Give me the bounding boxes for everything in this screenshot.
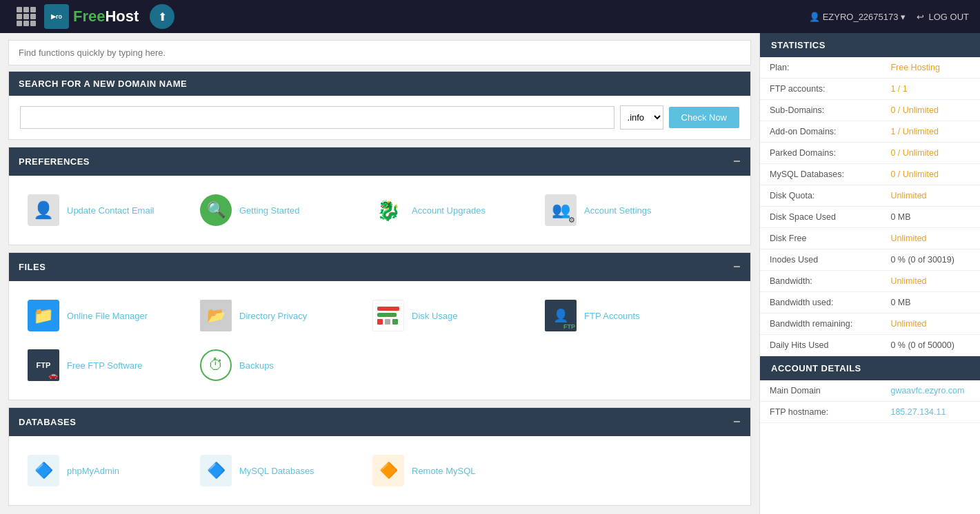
logo-host: Host (105, 8, 139, 25)
account-upgrades-link[interactable]: Account Upgrades (412, 205, 486, 216)
account-settings-link[interactable]: Account Settings (584, 205, 652, 216)
logout-button[interactable]: ↩ LOG OUT (917, 12, 969, 22)
stats-label: Disk Quota: (760, 185, 881, 207)
account-details-table: Main Domaingwaavfc.ezyro.comFTP hostname… (760, 380, 980, 423)
stats-row: Plan:Free Hosting (760, 57, 980, 79)
ftp-accounts-link[interactable]: FTP Accounts (584, 311, 640, 321)
domain-search-title: SEARCH FOR A NEW DOMAIN NAME (19, 79, 187, 89)
stats-row: Bandwidth remaining:Unlimited (760, 313, 980, 335)
stats-label: Bandwidth: (760, 271, 881, 292)
stats-row: Disk Space Used0 MB (760, 207, 980, 228)
domain-search-header: SEARCH FOR A NEW DOMAIN NAME (9, 72, 750, 96)
stats-value: 0 / Unlimited (881, 100, 980, 121)
nav-left: ▶ro FreeHost ⬆ (11, 4, 174, 29)
remote-mysql-icon: 🔶 (372, 454, 405, 487)
user-menu[interactable]: 👤 EZYRO_22675173 ▾ (809, 12, 906, 22)
preferences-collapse-button[interactable]: − (733, 154, 741, 169)
account-details-title: ACCOUNT DETAILS (771, 363, 861, 373)
stats-row: Inodes Used0 % (0 of 30019) (760, 249, 980, 271)
dropdown-arrow-icon: ▾ (901, 12, 906, 22)
stats-value: Unlimited (881, 271, 980, 292)
dir-privacy-icon: 📂 (199, 299, 232, 332)
preferences-body: 👤 Update Contact Email 🔍 Getting Started… (9, 176, 750, 245)
grid-menu-icon[interactable] (17, 7, 36, 26)
statistics-title: STATISTICS (771, 40, 826, 50)
file-manager-link[interactable]: Online File Manager (67, 311, 148, 321)
nav-right: 👤 EZYRO_22675173 ▾ ↩ LOG OUT (809, 12, 969, 22)
stats-value: 0 / Unlimited (881, 143, 980, 164)
files-collapse-button[interactable]: − (733, 260, 741, 274)
stats-label: Bandwidth remaining: (760, 313, 881, 335)
backups-link[interactable]: Backups (239, 360, 274, 371)
pref-item-ftp-accounts[interactable]: 👤 FTP FTP Accounts (537, 291, 710, 340)
stats-row: Parked Domains:0 / Unlimited (760, 143, 980, 164)
quick-search-input[interactable] (9, 41, 750, 65)
tld-select[interactable]: .info .com .net .org (620, 105, 663, 130)
stats-label: Daily Hits Used (760, 335, 881, 356)
stats-label: Plan: (760, 57, 881, 79)
update-contact-link[interactable]: Update Contact Email (67, 205, 154, 216)
phpmyadmin-link[interactable]: phpMyAdmin (67, 466, 119, 476)
top-navigation: ▶ro FreeHost ⬆ 👤 EZYRO_22675173 ▾ ↩ LOG … (0, 0, 980, 33)
databases-collapse-button[interactable]: − (733, 415, 741, 429)
getting-started-icon: 🔍 (199, 194, 232, 227)
pref-item-file-manager[interactable]: 📁 Online File Manager (20, 291, 192, 340)
disk-usage-icon (372, 299, 405, 332)
files-header: FILES − (9, 253, 750, 281)
stats-value: 0 % (0 of 30019) (881, 249, 980, 271)
stats-value: Unlimited (881, 313, 980, 335)
preferences-title: PREFERENCES (19, 156, 90, 167)
pref-item-free-ftp[interactable]: FTP 🚗 Free FTP Software (20, 340, 192, 390)
stats-row: Bandwidth:Unlimited (760, 271, 980, 292)
files-section: FILES − 📁 Online File Manager 📂 Director… (8, 252, 751, 400)
stats-row: Sub-Domains:0 / Unlimited (760, 100, 980, 121)
getting-started-link[interactable]: Getting Started (239, 205, 299, 216)
pref-item-account-upgrades[interactable]: 🐉 Account Upgrades (365, 185, 537, 235)
stats-value: 0 % (0 of 50000) (881, 335, 980, 356)
quick-search-bar (8, 40, 751, 65)
check-now-button[interactable]: Check Now (669, 107, 739, 128)
pref-item-update-contact[interactable]: 👤 Update Contact Email (20, 185, 192, 235)
account-value: gwaavfc.ezyro.com (881, 380, 980, 402)
stats-label: Sub-Domains: (760, 100, 881, 121)
stats-row: Daily Hits Used0 % (0 of 50000) (760, 335, 980, 356)
logo: ▶ro FreeHost (44, 4, 139, 29)
disk-usage-link[interactable]: Disk Usage (412, 311, 457, 321)
pref-item-disk-usage[interactable]: Disk Usage (365, 291, 537, 340)
stats-row: MySQL Databases:0 / Unlimited (760, 164, 980, 185)
statistics-table: Plan:Free HostingFTP accounts:1 / 1Sub-D… (760, 57, 980, 356)
databases-body: 🔷 phpMyAdmin 🔷 MySQL Databases 🔶 Remote … (9, 436, 750, 505)
account-row: FTP hostname:185.27.134.11 (760, 402, 980, 423)
stats-value: Unlimited (881, 228, 980, 249)
update-contact-icon: 👤 (27, 194, 60, 227)
domain-search-body: .info .com .net .org Check Now (9, 96, 750, 139)
pref-item-backups[interactable]: ⏱ Backups (192, 340, 365, 390)
preferences-section: PREFERENCES − 👤 Update Contact Email 🔍 G… (8, 147, 751, 245)
stats-row: Disk Quota:Unlimited (760, 185, 980, 207)
mysql-databases-icon: 🔷 (199, 454, 232, 487)
stats-value: 1 / Unlimited (881, 121, 980, 143)
account-value: 185.27.134.11 (881, 402, 980, 423)
logo-icon: ▶ro (44, 4, 69, 29)
remote-mysql-link[interactable]: Remote MySQL (412, 466, 475, 476)
pref-item-remote-mysql[interactable]: 🔶 Remote MySQL (365, 446, 537, 495)
pref-item-dir-privacy[interactable]: 📂 Directory Privacy (192, 291, 365, 340)
phpmyadmin-icon: 🔷 (27, 454, 60, 487)
databases-section: DATABASES − 🔷 phpMyAdmin 🔷 MySQL Databas… (8, 407, 751, 506)
pref-item-account-settings[interactable]: 👥 ⚙ Account Settings (537, 185, 710, 235)
pref-item-mysql-db[interactable]: 🔷 MySQL Databases (192, 446, 365, 495)
free-ftp-link[interactable]: Free FTP Software (67, 360, 143, 371)
stats-label: Add-on Domains: (760, 121, 881, 143)
pref-item-getting-started[interactable]: 🔍 Getting Started (192, 185, 365, 235)
main-layout: SEARCH FOR A NEW DOMAIN NAME .info .com … (0, 33, 980, 514)
account-upgrades-icon: 🐉 (372, 194, 405, 227)
domain-name-input[interactable] (20, 106, 614, 129)
account-label: Main Domain (760, 380, 881, 402)
pref-item-phpmyadmin[interactable]: 🔷 phpMyAdmin (20, 446, 192, 495)
username-label: EZYRO_22675173 (823, 12, 899, 22)
account-details-header: ACCOUNT DETAILS (760, 356, 980, 380)
upload-icon[interactable]: ⬆ (150, 4, 174, 29)
mysql-databases-link[interactable]: MySQL Databases (239, 466, 314, 476)
stats-value: 0 / Unlimited (881, 164, 980, 185)
dir-privacy-link[interactable]: Directory Privacy (239, 311, 307, 321)
